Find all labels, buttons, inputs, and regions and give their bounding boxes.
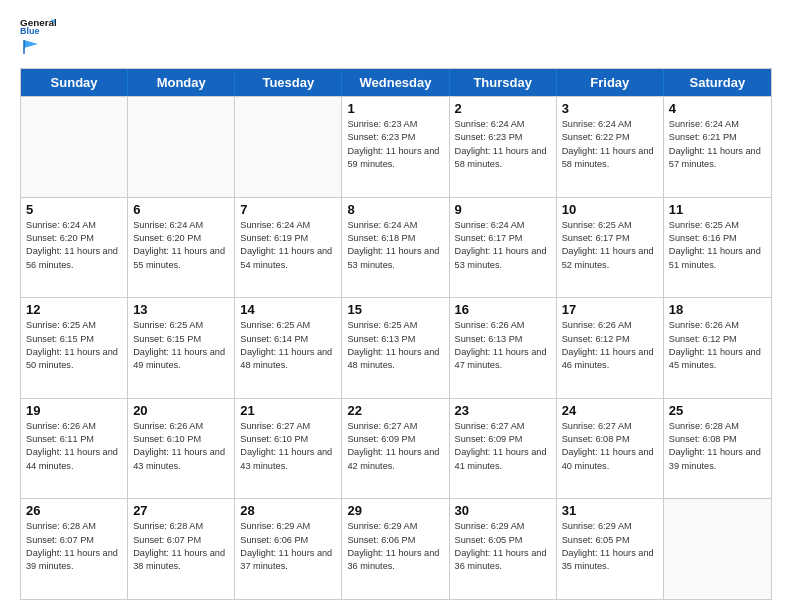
day-info: Sunrise: 6:24 AM Sunset: 6:22 PM Dayligh… — [562, 118, 658, 171]
day-info: Sunrise: 6:28 AM Sunset: 6:07 PM Dayligh… — [133, 520, 229, 573]
calendar-day-25: 25Sunrise: 6:28 AM Sunset: 6:08 PM Dayli… — [664, 399, 771, 499]
calendar-day-empty — [21, 97, 128, 197]
day-info: Sunrise: 6:29 AM Sunset: 6:06 PM Dayligh… — [347, 520, 443, 573]
calendar-day-empty — [128, 97, 235, 197]
day-info: Sunrise: 6:24 AM Sunset: 6:18 PM Dayligh… — [347, 219, 443, 272]
day-info: Sunrise: 6:26 AM Sunset: 6:10 PM Dayligh… — [133, 420, 229, 473]
day-header-friday: Friday — [557, 69, 664, 96]
calendar-day-15: 15Sunrise: 6:25 AM Sunset: 6:13 PM Dayli… — [342, 298, 449, 398]
day-number: 30 — [455, 503, 551, 518]
day-number: 28 — [240, 503, 336, 518]
day-number: 1 — [347, 101, 443, 116]
day-number: 27 — [133, 503, 229, 518]
calendar-day-21: 21Sunrise: 6:27 AM Sunset: 6:10 PM Dayli… — [235, 399, 342, 499]
day-number: 22 — [347, 403, 443, 418]
day-number: 9 — [455, 202, 551, 217]
day-number: 23 — [455, 403, 551, 418]
calendar-day-1: 1Sunrise: 6:23 AM Sunset: 6:23 PM Daylig… — [342, 97, 449, 197]
day-header-thursday: Thursday — [450, 69, 557, 96]
day-info: Sunrise: 6:28 AM Sunset: 6:08 PM Dayligh… — [669, 420, 766, 473]
calendar-day-26: 26Sunrise: 6:28 AM Sunset: 6:07 PM Dayli… — [21, 499, 128, 599]
calendar-day-31: 31Sunrise: 6:29 AM Sunset: 6:05 PM Dayli… — [557, 499, 664, 599]
calendar-day-11: 11Sunrise: 6:25 AM Sunset: 6:16 PM Dayli… — [664, 198, 771, 298]
calendar-day-8: 8Sunrise: 6:24 AM Sunset: 6:18 PM Daylig… — [342, 198, 449, 298]
calendar-day-9: 9Sunrise: 6:24 AM Sunset: 6:17 PM Daylig… — [450, 198, 557, 298]
calendar-body: 1Sunrise: 6:23 AM Sunset: 6:23 PM Daylig… — [21, 96, 771, 599]
calendar-week-3: 12Sunrise: 6:25 AM Sunset: 6:15 PM Dayli… — [21, 297, 771, 398]
day-number: 19 — [26, 403, 122, 418]
calendar-day-22: 22Sunrise: 6:27 AM Sunset: 6:09 PM Dayli… — [342, 399, 449, 499]
day-info: Sunrise: 6:26 AM Sunset: 6:11 PM Dayligh… — [26, 420, 122, 473]
calendar-day-16: 16Sunrise: 6:26 AM Sunset: 6:13 PM Dayli… — [450, 298, 557, 398]
day-number: 2 — [455, 101, 551, 116]
calendar-week-1: 1Sunrise: 6:23 AM Sunset: 6:23 PM Daylig… — [21, 96, 771, 197]
calendar-day-23: 23Sunrise: 6:27 AM Sunset: 6:09 PM Dayli… — [450, 399, 557, 499]
day-info: Sunrise: 6:27 AM Sunset: 6:10 PM Dayligh… — [240, 420, 336, 473]
logo: General Blue — [20, 16, 56, 58]
logo-flag-icon — [22, 38, 40, 56]
day-info: Sunrise: 6:25 AM Sunset: 6:13 PM Dayligh… — [347, 319, 443, 372]
calendar-day-4: 4Sunrise: 6:24 AM Sunset: 6:21 PM Daylig… — [664, 97, 771, 197]
calendar-day-6: 6Sunrise: 6:24 AM Sunset: 6:20 PM Daylig… — [128, 198, 235, 298]
svg-text:Blue: Blue — [20, 26, 40, 36]
day-header-monday: Monday — [128, 69, 235, 96]
day-info: Sunrise: 6:24 AM Sunset: 6:21 PM Dayligh… — [669, 118, 766, 171]
day-info: Sunrise: 6:25 AM Sunset: 6:15 PM Dayligh… — [133, 319, 229, 372]
page-header: General Blue — [20, 16, 772, 58]
day-number: 21 — [240, 403, 336, 418]
calendar-day-7: 7Sunrise: 6:24 AM Sunset: 6:19 PM Daylig… — [235, 198, 342, 298]
day-info: Sunrise: 6:24 AM Sunset: 6:20 PM Dayligh… — [133, 219, 229, 272]
calendar-header: SundayMondayTuesdayWednesdayThursdayFrid… — [21, 69, 771, 96]
day-header-saturday: Saturday — [664, 69, 771, 96]
day-number: 4 — [669, 101, 766, 116]
day-number: 16 — [455, 302, 551, 317]
calendar-day-30: 30Sunrise: 6:29 AM Sunset: 6:05 PM Dayli… — [450, 499, 557, 599]
calendar-day-17: 17Sunrise: 6:26 AM Sunset: 6:12 PM Dayli… — [557, 298, 664, 398]
day-number: 11 — [669, 202, 766, 217]
day-info: Sunrise: 6:26 AM Sunset: 6:12 PM Dayligh… — [669, 319, 766, 372]
day-number: 29 — [347, 503, 443, 518]
day-number: 15 — [347, 302, 443, 317]
calendar-day-14: 14Sunrise: 6:25 AM Sunset: 6:14 PM Dayli… — [235, 298, 342, 398]
day-number: 31 — [562, 503, 658, 518]
day-number: 24 — [562, 403, 658, 418]
calendar-day-3: 3Sunrise: 6:24 AM Sunset: 6:22 PM Daylig… — [557, 97, 664, 197]
calendar-day-24: 24Sunrise: 6:27 AM Sunset: 6:08 PM Dayli… — [557, 399, 664, 499]
day-info: Sunrise: 6:24 AM Sunset: 6:19 PM Dayligh… — [240, 219, 336, 272]
calendar-day-5: 5Sunrise: 6:24 AM Sunset: 6:20 PM Daylig… — [21, 198, 128, 298]
calendar-day-27: 27Sunrise: 6:28 AM Sunset: 6:07 PM Dayli… — [128, 499, 235, 599]
day-info: Sunrise: 6:28 AM Sunset: 6:07 PM Dayligh… — [26, 520, 122, 573]
calendar-day-2: 2Sunrise: 6:24 AM Sunset: 6:23 PM Daylig… — [450, 97, 557, 197]
day-header-sunday: Sunday — [21, 69, 128, 96]
day-info: Sunrise: 6:25 AM Sunset: 6:16 PM Dayligh… — [669, 219, 766, 272]
logo-graphic: General Blue — [20, 16, 56, 36]
day-info: Sunrise: 6:24 AM Sunset: 6:20 PM Dayligh… — [26, 219, 122, 272]
day-info: Sunrise: 6:26 AM Sunset: 6:13 PM Dayligh… — [455, 319, 551, 372]
day-number: 7 — [240, 202, 336, 217]
calendar-day-29: 29Sunrise: 6:29 AM Sunset: 6:06 PM Dayli… — [342, 499, 449, 599]
day-info: Sunrise: 6:23 AM Sunset: 6:23 PM Dayligh… — [347, 118, 443, 171]
calendar-day-19: 19Sunrise: 6:26 AM Sunset: 6:11 PM Dayli… — [21, 399, 128, 499]
day-number: 8 — [347, 202, 443, 217]
day-number: 13 — [133, 302, 229, 317]
day-header-wednesday: Wednesday — [342, 69, 449, 96]
calendar-week-2: 5Sunrise: 6:24 AM Sunset: 6:20 PM Daylig… — [21, 197, 771, 298]
day-info: Sunrise: 6:27 AM Sunset: 6:09 PM Dayligh… — [455, 420, 551, 473]
day-number: 20 — [133, 403, 229, 418]
day-info: Sunrise: 6:25 AM Sunset: 6:15 PM Dayligh… — [26, 319, 122, 372]
calendar-day-12: 12Sunrise: 6:25 AM Sunset: 6:15 PM Dayli… — [21, 298, 128, 398]
day-number: 17 — [562, 302, 658, 317]
day-number: 3 — [562, 101, 658, 116]
day-number: 14 — [240, 302, 336, 317]
calendar-day-empty — [235, 97, 342, 197]
calendar-day-empty — [664, 499, 771, 599]
calendar-day-13: 13Sunrise: 6:25 AM Sunset: 6:15 PM Dayli… — [128, 298, 235, 398]
day-number: 12 — [26, 302, 122, 317]
calendar-week-5: 26Sunrise: 6:28 AM Sunset: 6:07 PM Dayli… — [21, 498, 771, 599]
day-number: 25 — [669, 403, 766, 418]
svg-marker-3 — [24, 40, 38, 48]
calendar-week-4: 19Sunrise: 6:26 AM Sunset: 6:11 PM Dayli… — [21, 398, 771, 499]
day-number: 18 — [669, 302, 766, 317]
calendar-day-20: 20Sunrise: 6:26 AM Sunset: 6:10 PM Dayli… — [128, 399, 235, 499]
day-number: 6 — [133, 202, 229, 217]
